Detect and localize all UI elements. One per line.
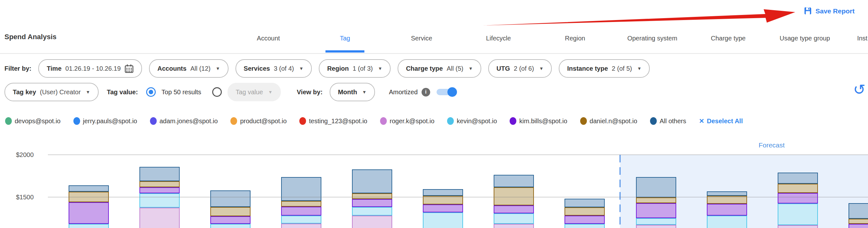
bar-9-segment-roger[interactable] xyxy=(636,225,676,228)
bar-6-segment-kim[interactable] xyxy=(423,204,463,213)
bar-4-segment-daniel[interactable] xyxy=(281,201,321,207)
bar-8-segment-all_others[interactable] xyxy=(564,199,605,207)
save-report-button[interactable]: Save Report xyxy=(802,6,857,15)
bar-1-segment-kim[interactable] xyxy=(69,202,109,224)
bar-11-segment-daniel[interactable] xyxy=(778,184,818,193)
bar-3-segment-daniel[interactable] xyxy=(210,207,250,216)
bar-10-segment-all_others[interactable] xyxy=(707,191,747,196)
bar-3-segment-kim[interactable] xyxy=(210,216,250,224)
bar-9-segment-daniel[interactable] xyxy=(636,197,676,203)
bar-9-segment-kim[interactable] xyxy=(636,203,676,218)
bar-6-segment-kevin[interactable] xyxy=(423,213,463,228)
forecast-label: Forecast xyxy=(746,141,797,149)
top-header: Spend Analysis AccountTagServiceLifecycl… xyxy=(0,0,868,54)
bar-2-segment-daniel[interactable] xyxy=(140,181,180,187)
bar-6-segment-all_others[interactable] xyxy=(423,189,463,196)
y-axis-tick-label: $2000 xyxy=(16,151,38,159)
bar-8-segment-kim[interactable] xyxy=(564,216,605,224)
bar-3-segment-kevin[interactable] xyxy=(210,224,250,228)
tab-operating-system[interactable]: Operating system xyxy=(627,32,678,52)
bar-8-segment-kevin[interactable] xyxy=(564,224,605,228)
floppy-disk-icon xyxy=(804,7,812,15)
bar-10-segment-kim[interactable] xyxy=(707,204,747,216)
bar-7-segment-all_others[interactable] xyxy=(494,175,534,187)
bar-4-segment-roger[interactable] xyxy=(281,224,321,228)
bar-4-segment-kim[interactable] xyxy=(281,207,321,216)
tab-charge-type[interactable]: Charge type xyxy=(711,32,746,52)
bar-2-segment-kim[interactable] xyxy=(140,187,180,193)
bar-11-segment-kevin[interactable] xyxy=(778,203,818,225)
tab-region[interactable]: Region xyxy=(565,32,585,52)
bar-1-segment-kevin[interactable] xyxy=(69,224,109,228)
save-report-label: Save Report xyxy=(815,7,855,15)
bar-9-segment-kevin[interactable] xyxy=(636,218,676,225)
bar-11-segment-kim[interactable] xyxy=(778,193,818,203)
page-title: Spend Analysis xyxy=(4,33,57,41)
bar-5-segment-kim[interactable] xyxy=(352,199,392,207)
gridline xyxy=(48,154,868,155)
y-axis-tick-label: $1500 xyxy=(16,194,38,201)
bar-12-segment-kim[interactable] xyxy=(848,224,868,228)
tab-account[interactable]: Account xyxy=(257,32,280,52)
bar-1-segment-all_others[interactable] xyxy=(69,185,109,192)
gridline xyxy=(48,197,868,197)
tab-inst[interactable]: Inst xyxy=(857,32,867,52)
bar-5-segment-kevin[interactable] xyxy=(352,207,392,216)
bar-2-segment-kevin[interactable] xyxy=(140,193,180,207)
bar-11-segment-roger[interactable] xyxy=(778,225,818,228)
bar-2-segment-roger[interactable] xyxy=(140,207,180,228)
bar-2-segment-all_others[interactable] xyxy=(140,167,180,181)
bar-7-segment-kim[interactable] xyxy=(494,205,534,213)
forecast-divider-line xyxy=(619,155,622,228)
bar-5-segment-all_others[interactable] xyxy=(352,169,392,193)
bar-5-segment-daniel[interactable] xyxy=(352,193,392,199)
bar-10-segment-kevin[interactable] xyxy=(707,216,747,228)
tab-usage-type-group[interactable]: Usage type group xyxy=(780,32,830,52)
bar-12-segment-daniel[interactable] xyxy=(848,219,868,224)
bar-3-segment-all_others[interactable] xyxy=(210,190,250,207)
bar-5-segment-roger[interactable] xyxy=(352,216,392,228)
bar-7-segment-kevin[interactable] xyxy=(494,213,534,224)
bar-4-segment-kevin[interactable] xyxy=(281,216,321,224)
bar-7-segment-roger[interactable] xyxy=(494,224,534,228)
tab-lifecycle[interactable]: Lifecycle xyxy=(486,32,511,52)
bar-8-segment-daniel[interactable] xyxy=(564,207,605,216)
bar-11-segment-all_others[interactable] xyxy=(778,173,818,184)
tab-tag[interactable]: Tag xyxy=(340,32,350,52)
bar-7-segment-daniel[interactable] xyxy=(494,187,534,205)
bar-9-segment-all_others[interactable] xyxy=(636,177,676,197)
tab-service[interactable]: Service xyxy=(411,32,432,52)
bar-12-segment-all_others[interactable] xyxy=(848,203,868,219)
